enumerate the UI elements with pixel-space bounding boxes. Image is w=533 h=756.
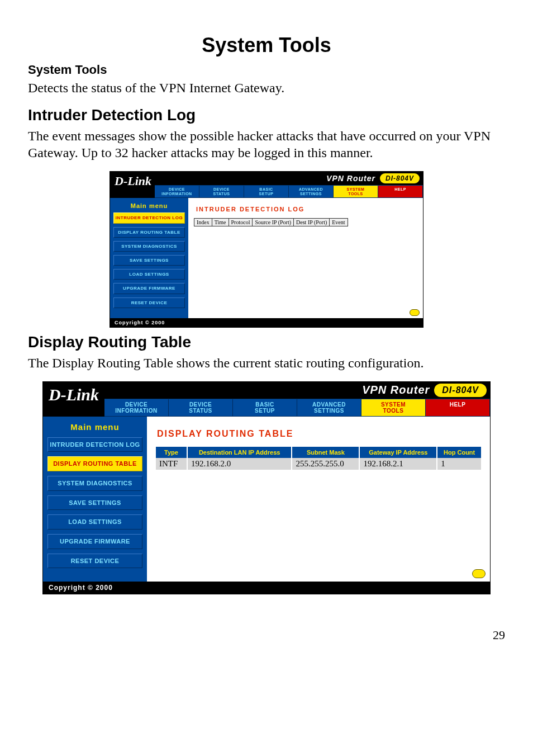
sidebar-item-save-settings[interactable]: SAVE SETTINGS — [47, 495, 142, 511]
intro-paragraph: Detects the status of the VPN Internet G… — [28, 79, 505, 96]
sidebar: Main menu INTRUDER DETECTION LOG DISPLAY… — [43, 417, 147, 582]
page-number: 29 — [28, 628, 505, 642]
status-led-icon — [472, 569, 486, 578]
sidebar-item-system-diagnostics[interactable]: SYSTEM DIAGNOSTICS — [113, 241, 185, 252]
tab-basic-setup[interactable]: BASICSETUP — [233, 399, 297, 417]
col-gateway-ip: Gateway IP Address — [359, 447, 437, 458]
main-menu-label: Main menu — [113, 202, 185, 209]
sidebar-item-reset-device[interactable]: RESET DEVICE — [47, 554, 142, 569]
main-menu-label: Main menu — [47, 422, 142, 432]
subhead: System Tools — [28, 63, 505, 77]
tab-help[interactable]: HELP — [426, 399, 490, 417]
col-protocol: Protocol — [229, 219, 253, 226]
section-routing: Display Routing Table — [28, 333, 505, 351]
cell-subnet: 255.255.255.0 — [292, 458, 359, 470]
content-area: DISPLAY ROUTING TABLE Type Destination L… — [147, 417, 490, 582]
tab-basic-setup[interactable]: BASICSETUP — [244, 186, 289, 198]
tab-system-tools[interactable]: SYSTEMTOOLS — [361, 399, 426, 417]
cell-type: INTF — [156, 458, 187, 470]
tab-advanced-settings[interactable]: ADVANCEDSETTINGS — [297, 399, 361, 417]
sidebar-item-system-diagnostics[interactable]: SYSTEM DIAGNOSTICS — [47, 476, 142, 491]
vpn-title: VPN Router — [326, 174, 375, 183]
col-index: Index — [194, 219, 212, 226]
tab-device-information[interactable]: DEVICEINFORMATION — [104, 399, 169, 417]
model-badge: DI-804V — [380, 173, 420, 183]
sidebar-item-display-routing-table[interactable]: DISPLAY ROUTING TABLE — [47, 456, 142, 471]
tab-help[interactable]: HELP — [378, 186, 423, 198]
brand-logo: D-Link — [43, 382, 104, 417]
col-event: Event — [330, 219, 348, 226]
sidebar-item-load-settings[interactable]: LOAD SETTINGS — [113, 269, 185, 280]
router-screenshot-routing: D-Link VPN Router DI-804V DEVICEINFORMAT… — [42, 381, 491, 594]
tab-system-tools[interactable]: SYSTEMTOOLS — [334, 186, 378, 198]
tab-device-status[interactable]: DEVICESTATUS — [199, 186, 244, 198]
sidebar-item-reset-device[interactable]: RESET DEVICE — [113, 297, 185, 308]
top-tabs: DEVICEINFORMATION DEVICESTATUS BASICSETU… — [155, 185, 423, 198]
section-intruder: Intruder Detection Log — [28, 106, 505, 124]
content-area: INTRUDER DETECTION LOG Index Time Protoc… — [188, 198, 423, 318]
model-badge: DI-804V — [434, 384, 487, 397]
content-heading: INTRUDER DETECTION LOG — [196, 206, 417, 212]
brand-logo: D-Link — [110, 172, 155, 198]
col-source-ip: Source IP (Port) — [253, 219, 294, 226]
intruder-paragraph: The event messages show the possible hac… — [28, 127, 505, 161]
cell-hop: 1 — [437, 458, 481, 470]
content-heading: DISPLAY ROUTING TABLE — [157, 429, 481, 439]
tab-device-status[interactable]: DEVICESTATUS — [169, 399, 233, 417]
col-subnet-mask: Subnet Mask — [292, 447, 359, 458]
col-time: Time — [212, 219, 229, 226]
vpn-title: VPN Router — [362, 384, 430, 396]
routing-paragraph: The Display Routing Table shows the curr… — [28, 355, 505, 371]
col-hop-count: Hop Count — [437, 447, 481, 458]
sidebar-item-display-routing-table[interactable]: DISPLAY ROUTING TABLE — [113, 227, 185, 238]
page-title: System Tools — [28, 34, 505, 57]
table-row: INTF 192.168.2.0 255.255.255.0 192.168.2… — [156, 458, 481, 470]
sidebar-item-intruder-detection-log[interactable]: INTRUDER DETECTION LOG — [113, 212, 185, 223]
top-tabs: DEVICEINFORMATION DEVICESTATUS BASICSETU… — [104, 399, 490, 417]
copyright: Copyright © 2000 — [43, 582, 490, 594]
copyright: Copyright © 2000 — [110, 318, 423, 327]
col-dest-lan-ip: Destination LAN IP Address — [187, 447, 292, 458]
col-dest-ip: Dest IP (Port) — [294, 219, 330, 226]
sidebar-item-upgrade-firmware[interactable]: UPGRADE FIRMWARE — [47, 534, 142, 549]
intruder-log-table: Index Time Protocol Source IP (Port) Des… — [194, 218, 348, 226]
tab-device-information[interactable]: DEVICEINFORMATION — [155, 186, 199, 198]
col-type: Type — [156, 447, 187, 458]
sidebar-item-upgrade-firmware[interactable]: UPGRADE FIRMWARE — [113, 283, 185, 294]
sidebar-item-intruder-detection-log[interactable]: INTRUDER DETECTION LOG — [47, 437, 142, 452]
routing-table: Type Destination LAN IP Address Subnet M… — [156, 447, 481, 470]
cell-gateway: 192.168.2.1 — [359, 458, 437, 470]
tab-advanced-settings[interactable]: ADVANCEDSETTINGS — [289, 186, 334, 198]
router-screenshot-intruder: D-Link VPN Router DI-804V DEVICEINFORMAT… — [110, 171, 423, 328]
sidebar: Main menu INTRUDER DETECTION LOG DISPLAY… — [110, 198, 188, 318]
sidebar-item-load-settings[interactable]: LOAD SETTINGS — [47, 514, 142, 530]
status-led-icon — [410, 309, 420, 316]
cell-dest-ip: 192.168.2.0 — [187, 458, 292, 470]
sidebar-item-save-settings[interactable]: SAVE SETTINGS — [113, 255, 185, 266]
